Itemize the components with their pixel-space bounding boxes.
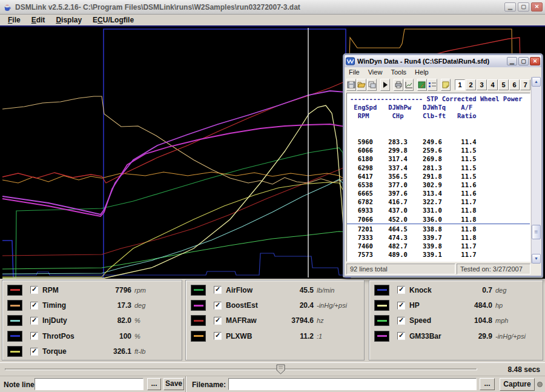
trace-checkbox-boostest[interactable]	[214, 302, 222, 310]
menu-item-file[interactable]: File	[2, 16, 26, 24]
save-icon[interactable]	[346, 79, 356, 91]
trace-checkbox-injduty[interactable]	[30, 317, 38, 325]
report-row: 6538 377.0 302.9 11.6	[350, 181, 530, 189]
trace-checkbox-torque[interactable]	[30, 348, 38, 356]
legend-row-plxwb: PLXWB11.2:1	[186, 328, 364, 344]
report-row: 7460 482.7 339.8 11.7	[350, 242, 530, 250]
trace-label: MAFRaw	[226, 316, 257, 325]
trace-value: 0.7	[482, 286, 492, 294]
app-titlebar: DSMLink v2.5.2.16- C:\Program Files\DSML…	[0, 0, 545, 15]
page-button-4[interactable]: 4	[487, 79, 498, 90]
trace-swatch	[7, 346, 22, 357]
page-button-5[interactable]: 5	[498, 79, 509, 90]
trace-checkbox-mafraw[interactable]	[214, 317, 222, 325]
trace-swatch	[191, 285, 206, 296]
save-button[interactable]: Save	[164, 378, 184, 390]
trace-checkbox-throtpos[interactable]	[30, 332, 38, 340]
scroll-down-icon[interactable]: ▼	[532, 254, 541, 264]
trace-value: 484.0	[474, 301, 492, 310]
report-row: 6066 299.8 259.6 11.5	[350, 146, 530, 154]
windyn-close-button[interactable]: ✕	[530, 57, 540, 65]
filename-input[interactable]	[228, 378, 477, 390]
report-row: 7201 464.5 338.8 11.8	[350, 225, 530, 233]
report-row: 7333 474.3 339.7 11.8	[350, 233, 530, 242]
report-line	[350, 121, 530, 129]
trace-unit: ft-lb	[134, 348, 177, 355]
copy-icon[interactable]	[367, 79, 377, 91]
dyno-report[interactable]: ------------------- STP Corrected Wheel …	[346, 93, 530, 262]
trace-unit: %	[134, 317, 177, 324]
trace-swatch	[374, 331, 389, 342]
trace-unit: deg	[134, 302, 177, 309]
report-row: 7698 492.0 335.7 11.7	[350, 259, 530, 262]
report-line	[350, 129, 530, 138]
legend-row-airflow: AirFlow45.5lb/min	[186, 282, 364, 297]
page-button-7[interactable]: 7	[520, 79, 530, 90]
time-slider-track[interactable]	[5, 368, 477, 370]
legend-group-1: RPM7796rpmTiming17.3degInjDuty82.0%Throt…	[2, 280, 182, 360]
windyn-titlebar[interactable]: WinDyn Data - Run4 (C:\SFData\Run4.sfd) …	[345, 55, 541, 67]
trace-checkbox-timing[interactable]	[30, 302, 38, 310]
menu-item-ecu-logfile[interactable]: ECU/Logfile	[87, 16, 139, 24]
note-browse-button[interactable]: ...	[147, 378, 161, 390]
trace-checkbox-hp[interactable]	[397, 302, 405, 310]
trace-swatch	[374, 285, 389, 296]
report-row: 6417 356.5 291.8 11.5	[350, 172, 530, 181]
footer-bar: Note line: ... Save Filename: ... Captur…	[0, 376, 545, 392]
trace-swatch	[7, 300, 22, 311]
scroll-up-icon[interactable]: ▲	[532, 77, 541, 87]
windyn-scrollbar[interactable]: ▲ ▼	[531, 77, 541, 264]
windyn-minimize-button[interactable]: ▁	[507, 57, 517, 65]
legend-group-2: AirFlow45.5lb/minBoostEst20.4-inHg/+psiM…	[185, 280, 365, 360]
trace-value: 7796	[115, 286, 131, 294]
windyn-statusbar: 92 lines total Tested on: 3/27/2007	[346, 264, 530, 274]
menu-item-edit[interactable]: Edit	[26, 16, 51, 24]
time-slider-thumb[interactable]	[276, 364, 285, 377]
scrollbar-thumb[interactable]	[532, 225, 541, 239]
trace-boostest	[2, 124, 351, 262]
minimize-button[interactable]: ▁	[504, 2, 516, 12]
trace-swatch	[191, 315, 206, 326]
trace-swatch	[374, 300, 389, 311]
menu-item-display[interactable]: Display	[50, 16, 87, 24]
trace-checkbox-knock[interactable]	[397, 286, 405, 294]
open-icon[interactable]	[357, 79, 366, 91]
maximize-button[interactable]: ▢	[518, 2, 529, 12]
windyn-menu-file[interactable]: File	[345, 68, 364, 76]
list-icon[interactable]	[428, 79, 437, 91]
page-button-3[interactable]: 3	[477, 79, 487, 90]
report-row: 6180 317.4 269.8 11.5	[350, 154, 530, 163]
note-line-input[interactable]	[35, 378, 144, 390]
play-icon[interactable]	[380, 79, 390, 91]
status-led	[537, 382, 543, 387]
capture-button[interactable]: Capture	[500, 378, 535, 391]
close-button[interactable]: ✕	[531, 2, 543, 12]
note-icon[interactable]	[441, 79, 451, 91]
trace-unit: hz	[317, 317, 359, 324]
trace-unit: -inHg/+psi	[317, 302, 359, 309]
trace-checkbox-speed[interactable]	[397, 317, 405, 325]
filename-browse-button[interactable]: ...	[480, 378, 495, 390]
windyn-window[interactable]: WinDyn Data - Run4 (C:\SFData\Run4.sfd) …	[343, 53, 543, 277]
calc-icon[interactable]	[417, 79, 427, 91]
chart-icon[interactable]	[404, 79, 414, 91]
trace-value: 82.0	[117, 316, 131, 325]
trace-checkbox-airflow[interactable]	[214, 286, 222, 294]
page-button-2[interactable]: 2	[466, 79, 476, 90]
report-header: EngSpd DJWhPw DJWhTq A/F	[350, 103, 530, 111]
trace-unit: %	[134, 333, 177, 340]
windyn-maximize-button[interactable]: ▢	[518, 57, 529, 65]
trace-value: 11.2	[300, 332, 314, 341]
trace-checkbox-gm33bar[interactable]	[397, 332, 405, 340]
legend-row-knock: Knock0.7deg	[369, 282, 543, 297]
windyn-menu-tools[interactable]: Tools	[386, 68, 411, 76]
print-icon[interactable]	[394, 79, 403, 91]
windyn-menu-help[interactable]: Help	[411, 68, 433, 76]
trace-checkbox-rpm[interactable]	[30, 286, 38, 294]
page-button-1[interactable]: 1	[455, 79, 465, 90]
windyn-menu-view[interactable]: View	[364, 68, 387, 76]
page-button-6[interactable]: 6	[509, 79, 520, 90]
trace-checkbox-plxwb[interactable]	[214, 332, 222, 340]
trace-swatch	[7, 285, 22, 296]
windyn-menubar: FileViewToolsHelp	[345, 67, 541, 77]
